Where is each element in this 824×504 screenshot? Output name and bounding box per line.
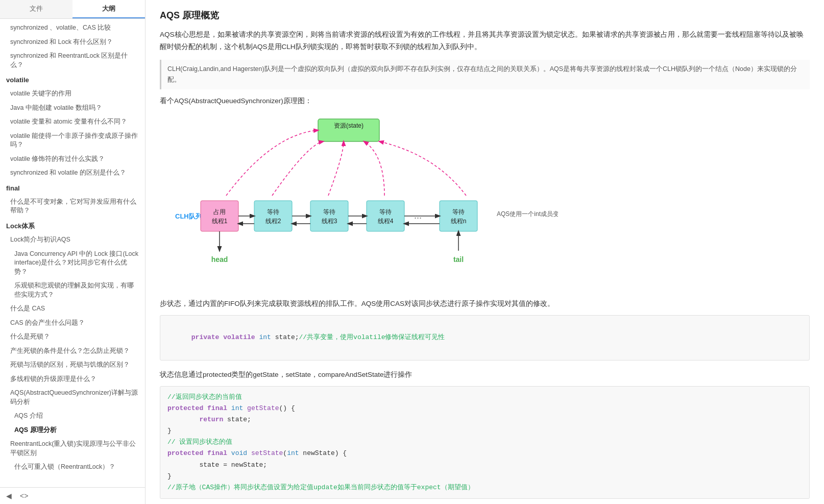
svg-text:等待: 等待 (323, 208, 335, 215)
prev-button[interactable]: ◀ (4, 491, 14, 501)
sidebar-item-final-immutable[interactable]: 什么是不可变对象，它对写并发应用有什么帮助？ (0, 195, 145, 218)
svg-text:tail: tail (453, 255, 464, 263)
svg-text:线程1: 线程1 (212, 218, 228, 225)
svg-text:线程2: 线程2 (265, 218, 281, 225)
sidebar-item-deadlock-condition[interactable]: 产生死锁的条件是什么？怎么防止死锁？ (0, 344, 145, 358)
step-text: 步状态，通过内置的FIFO队列来完成获取资源线程的排队工作。AQS使用CAS对该… (160, 298, 810, 310)
svg-text:资源(state): 资源(state) (334, 122, 363, 129)
page-title: AQS 原理概览 (160, 9, 810, 21)
code-line-1: private volatile int state;//共享变量，使用vola… (167, 321, 802, 354)
aqs-diagram: 资源(state) (160, 114, 543, 287)
clh-note: CLH(Craig,Landin,and Hagersten)队列是一个虚拟的双… (160, 60, 810, 90)
sidebar-item-deadlock[interactable]: 什么是死锁？ (0, 330, 145, 344)
svg-text:线程n: 线程n (451, 218, 467, 225)
sidebar-item-sync-reentrant[interactable]: synchronized 和 ReentrantLock 区别是什么？ (0, 49, 145, 72)
intro-paragraph: AQS核心思想是，如果被请求的共享资源空闲，则将当前请求资源的线程设置为有效的工… (160, 29, 810, 54)
svg-rect-16 (440, 201, 477, 231)
code-block-2: //返回同步状态的当前值 protected final int getStat… (160, 386, 810, 499)
sidebar-section-volatile: volatile (0, 72, 145, 87)
code-line-c4: } (167, 425, 802, 437)
code-line-c2: protected final int getState() { (167, 403, 802, 414)
state-text: 状态信息通过protected类型的getState，setState，comp… (160, 369, 810, 381)
code-line-c8: } (167, 471, 802, 482)
sidebar-item-volatile-array[interactable]: Java 中能创建 volatile 数组吗？ (0, 101, 145, 115)
diagram-caption: 看个AQS(AbstractQueuedSynchronizer)原理图： (160, 97, 810, 106)
code-line-c6: protected final void setState(int newSta… (167, 448, 802, 459)
sidebar-item-deadlock-livelock[interactable]: 死锁与活锁的区别，死锁与饥饿的区别？ (0, 358, 145, 372)
sidebar-nav: synchronized 、volatile、CAS 比较 synchroniz… (0, 19, 145, 487)
code-line-c9: //原子地（CAS操作）将同步状态值设置为给定值update如果当前同步状态的值… (167, 482, 802, 493)
sidebar-item-volatile-keyword[interactable]: volatile 关键字的作用 (0, 87, 145, 101)
svg-text:等待: 等待 (452, 208, 465, 215)
svg-rect-12 (367, 201, 404, 231)
code-line-c5: // 设置同步状态的值 (167, 437, 802, 448)
sidebar-tabs: 文件 大纲 (0, 0, 145, 19)
svg-rect-9 (310, 201, 348, 231)
sidebar-section-final: final (0, 180, 145, 195)
svg-rect-6 (254, 201, 292, 231)
sidebar-item-lock-optimistic[interactable]: 乐观锁和悲观锁的理解及如何实现，有哪些实现方式？ (0, 279, 145, 302)
code-line-c7: state = newState; (167, 460, 802, 471)
svg-text:线程3: 线程3 (322, 218, 337, 225)
sidebar-item-aqs-principle[interactable]: AQS 原理分析 (0, 423, 145, 438)
sidebar-item-aqs-intro[interactable]: AQS 介绍 (0, 409, 145, 423)
main-content: AQS 原理概览 AQS核心思想是，如果被请求的共享资源空闲，则将当前请求资源的… (146, 0, 824, 504)
code-button[interactable]: <> (18, 491, 30, 501)
tab-outline[interactable]: 大纲 (72, 0, 145, 18)
sidebar-item-aqs-section[interactable]: AQS(AbstractQueuedSynchronizer)详解与源码分析 (0, 386, 145, 409)
svg-text:等待: 等待 (379, 208, 392, 215)
sidebar-item-lock-java-api[interactable]: Java Concurrency API 中的 Lock 接口(Lock int… (0, 247, 145, 279)
tab-file[interactable]: 文件 (0, 0, 72, 18)
code-block-1: private volatile int state;//共享变量，使用vola… (160, 315, 810, 360)
sidebar-item-sync-lock[interactable]: synchronized 和 Lock 有什么区别？ (0, 35, 145, 50)
sidebar-item-what-reentrant[interactable]: 什么可重入锁（ReentrantLock）？ (0, 460, 145, 474)
sidebar-item-volatile-practice[interactable]: volatile 修饰符的有过什么实践？ (0, 152, 145, 166)
code-line-c3: return state; (167, 414, 802, 425)
sidebar-section-lock: Lock体系 (0, 218, 145, 233)
code-line-c1: //返回同步状态的当前值 (167, 392, 802, 403)
sidebar-item-cas-aba[interactable]: CAS 的会产生什么问题？ (0, 316, 145, 330)
sidebar-item-multithread[interactable]: 多线程锁的升级原理是什么？ (0, 372, 145, 387)
sidebar-item-sync-volatile-cas[interactable]: synchronized 、volatile、CAS 比较 (0, 21, 145, 35)
svg-text:占用: 占用 (213, 208, 226, 215)
svg-text:AQS使用一个int成员变量: AQS使用一个int成员变量 (497, 210, 558, 218)
sidebar-item-sync-volatile-diff[interactable]: synchronized 和 volatile 的区别是什么？ (0, 166, 145, 180)
sidebar-item-cas[interactable]: 什么是 CAS (0, 302, 145, 316)
sidebar-footer: ◀ <> (0, 487, 145, 504)
svg-rect-3 (201, 201, 238, 231)
diagram-svg: 资源(state) (160, 114, 558, 287)
sidebar-item-reentrantlock[interactable]: ReentrantLock(重入锁)实现原理与公平非公平锁区别 (0, 437, 145, 460)
sidebar-item-lock-intro[interactable]: Lock简介与初识AQS (0, 233, 145, 247)
sidebar-item-volatile-atomic2[interactable]: volatile 能使得一个非原子操作变成原子操作吗？ (0, 129, 145, 152)
sidebar-item-volatile-atomic[interactable]: volatile 变量和 atomic 变量有什么不同？ (0, 115, 145, 129)
svg-text:head: head (211, 255, 228, 263)
svg-text:线程4: 线程4 (378, 218, 394, 225)
sidebar: 文件 大纲 synchronized 、volatile、CAS 比较 sync… (0, 0, 146, 504)
svg-text:等待: 等待 (267, 208, 279, 215)
svg-text:...: ... (414, 210, 422, 221)
